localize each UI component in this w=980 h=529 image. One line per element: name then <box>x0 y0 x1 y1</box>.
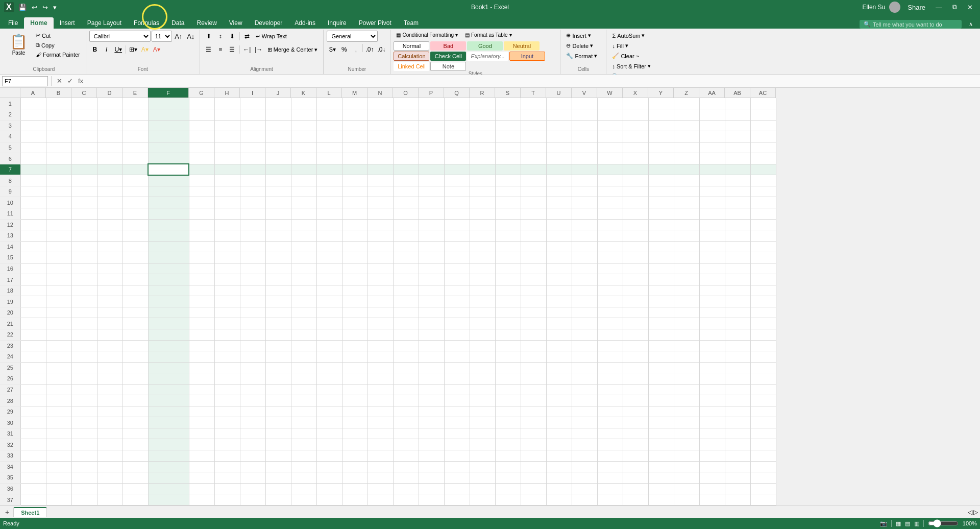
cell-K26[interactable] <box>291 373 316 384</box>
cell-R13[interactable] <box>470 230 495 242</box>
cell-Y1[interactable] <box>648 98 674 109</box>
col-header-U[interactable]: U <box>546 88 572 98</box>
tab-developer[interactable]: Developer <box>249 17 289 29</box>
cell-M1[interactable] <box>342 98 368 109</box>
cell-AA16[interactable] <box>699 263 725 274</box>
row-num-15[interactable]: 15 <box>0 252 20 263</box>
cell-X37[interactable] <box>623 494 648 506</box>
cell-AC13[interactable] <box>750 230 776 242</box>
cell-A12[interactable] <box>20 219 46 230</box>
cell-V28[interactable] <box>572 395 597 406</box>
cell-Q5[interactable] <box>444 142 470 153</box>
cell-Q30[interactable] <box>444 417 470 428</box>
name-box[interactable] <box>2 76 48 86</box>
cell-O11[interactable] <box>393 208 419 219</box>
cell-J13[interactable] <box>265 230 291 242</box>
cell-A31[interactable] <box>20 428 46 439</box>
cell-X6[interactable] <box>623 153 648 164</box>
col-header-G[interactable]: G <box>189 88 214 98</box>
row-num-7[interactable]: 7 <box>0 164 20 175</box>
cell-K12[interactable] <box>291 219 316 230</box>
cell-J19[interactable] <box>265 296 291 307</box>
bold-button[interactable]: B <box>89 44 101 55</box>
cell-P3[interactable] <box>419 120 444 131</box>
cell-O20[interactable] <box>393 307 419 318</box>
cell-V6[interactable] <box>572 153 597 164</box>
undo-quick-btn[interactable]: ↩ <box>30 3 39 12</box>
cell-O28[interactable] <box>393 395 419 406</box>
cell-S1[interactable] <box>495 98 521 109</box>
cell-X10[interactable] <box>623 197 648 208</box>
cell-L7[interactable] <box>316 164 342 175</box>
cell-Q8[interactable] <box>444 175 470 186</box>
cell-Z10[interactable] <box>674 197 699 208</box>
cell-U15[interactable] <box>546 252 572 263</box>
cell-K27[interactable] <box>291 384 316 395</box>
cell-D23[interactable] <box>97 340 122 351</box>
cell-Q17[interactable] <box>444 274 470 285</box>
cell-G34[interactable] <box>189 461 214 472</box>
cell-U12[interactable] <box>546 219 572 230</box>
cell-AC19[interactable] <box>750 296 776 307</box>
cell-B14[interactable] <box>46 241 71 252</box>
cell-A29[interactable] <box>20 406 46 417</box>
cell-AC12[interactable] <box>750 219 776 230</box>
cell-U31[interactable] <box>546 428 572 439</box>
cell-K16[interactable] <box>291 263 316 274</box>
cell-AA8[interactable] <box>699 175 725 186</box>
cell-D1[interactable] <box>97 98 122 109</box>
cell-AC20[interactable] <box>750 307 776 318</box>
row-num-23[interactable]: 23 <box>0 340 20 351</box>
cell-F19[interactable] <box>148 296 189 307</box>
cell-J17[interactable] <box>265 274 291 285</box>
cell-C19[interactable] <box>71 296 97 307</box>
font-family-select[interactable]: Calibri <box>89 31 151 42</box>
cell-B7[interactable] <box>46 164 71 175</box>
cell-A2[interactable] <box>20 109 46 121</box>
cell-O10[interactable] <box>393 197 419 208</box>
cell-I8[interactable] <box>240 175 265 186</box>
cell-R30[interactable] <box>470 417 495 428</box>
cell-T32[interactable] <box>521 439 546 450</box>
cell-K24[interactable] <box>291 351 316 363</box>
cell-E5[interactable] <box>122 142 148 153</box>
copy-button[interactable]: ⧉ Copy <box>33 40 83 50</box>
cell-S24[interactable] <box>495 351 521 363</box>
cell-Z26[interactable] <box>674 373 699 384</box>
cell-Z13[interactable] <box>674 230 699 242</box>
cell-G14[interactable] <box>189 241 214 252</box>
cell-AB24[interactable] <box>725 351 750 363</box>
cell-M9[interactable] <box>342 186 368 197</box>
cell-H36[interactable] <box>214 483 240 494</box>
view-break-btn[interactable]: ▥ <box>914 520 919 527</box>
cell-B25[interactable] <box>46 362 71 373</box>
cell-Z14[interactable] <box>674 241 699 252</box>
cell-V23[interactable] <box>572 340 597 351</box>
cell-J12[interactable] <box>265 219 291 230</box>
cell-J5[interactable] <box>265 142 291 153</box>
cell-B28[interactable] <box>46 395 71 406</box>
cell-AA3[interactable] <box>699 120 725 131</box>
cell-F3[interactable] <box>148 120 189 131</box>
cell-T33[interactable] <box>521 450 546 462</box>
cell-D21[interactable] <box>97 318 122 329</box>
row-num-11[interactable]: 11 <box>0 208 20 219</box>
cell-S23[interactable] <box>495 340 521 351</box>
tab-insert[interactable]: Insert <box>54 17 81 29</box>
cell-C35[interactable] <box>71 472 97 484</box>
currency-btn[interactable]: $▾ <box>327 44 338 55</box>
cell-I7[interactable] <box>240 164 265 175</box>
cell-T7[interactable] <box>521 164 546 175</box>
cell-W31[interactable] <box>597 428 623 439</box>
cell-AA17[interactable] <box>699 274 725 285</box>
cell-Q36[interactable] <box>444 483 470 494</box>
col-header-Q[interactable]: Q <box>444 88 470 98</box>
cell-D33[interactable] <box>97 450 122 462</box>
cell-T8[interactable] <box>521 175 546 186</box>
cell-C16[interactable] <box>71 263 97 274</box>
cell-E32[interactable] <box>122 439 148 450</box>
col-header-N[interactable]: N <box>368 88 393 98</box>
cell-E6[interactable] <box>122 153 148 164</box>
font-size-select[interactable]: 11 <box>152 31 172 42</box>
cell-W2[interactable] <box>597 109 623 121</box>
